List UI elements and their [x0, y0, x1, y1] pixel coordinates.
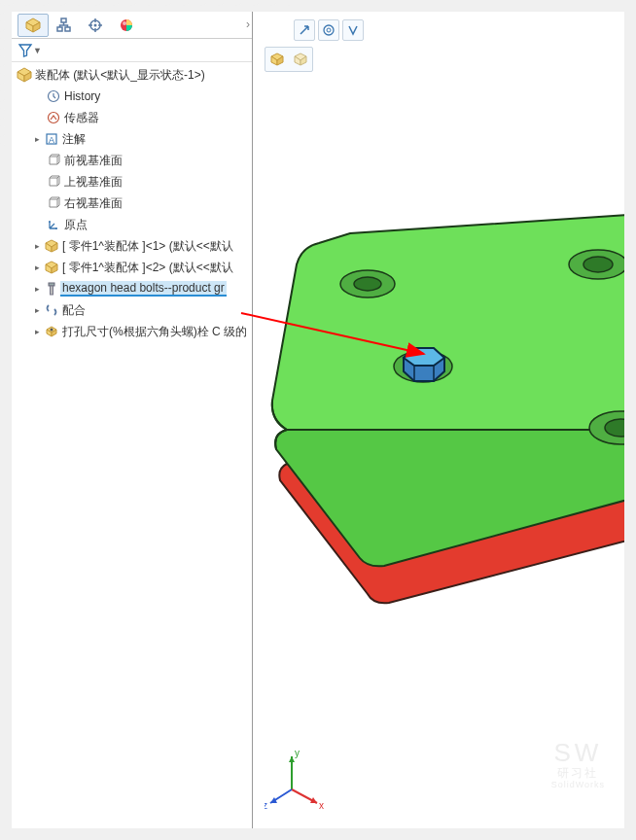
- watermark-line1: SW: [553, 738, 602, 767]
- svg-text:y: y: [295, 748, 300, 758]
- svg-point-38: [327, 28, 331, 32]
- app-window: › ▼ 装配体 (默认<默认_显示状态-1>: [12, 12, 624, 828]
- config-manager-tab[interactable]: [80, 14, 111, 37]
- svg-rect-32: [51, 286, 53, 295]
- tree-item-origin[interactable]: 原点: [12, 214, 252, 235]
- measure-button[interactable]: [342, 19, 364, 41]
- tree-item-hex-bolt[interactable]: ▸ hexagon head bolts--product gr: [12, 278, 252, 299]
- watermark: SW 研习社 SolidWorks: [551, 740, 605, 789]
- manager-tab-strip: [12, 12, 252, 39]
- crosshair-icon: [88, 18, 103, 33]
- svg-point-48: [583, 257, 613, 272]
- plane-icon: [45, 175, 62, 189]
- tree-root-label: 装配体 (默认<默认_显示状态-1>): [33, 67, 205, 84]
- tree-root-assembly[interactable]: 装配体 (默认<默认_显示状态-1>): [12, 64, 252, 86]
- plane-icon: [45, 154, 62, 167]
- tree-item-history[interactable]: History: [12, 86, 252, 107]
- svg-rect-12: [57, 27, 62, 31]
- cube-gold-icon: [269, 52, 285, 67]
- holeset-icon: [43, 325, 60, 338]
- svg-point-36: [51, 329, 53, 332]
- tree-item-part1-instance1[interactable]: ▸ [ 零件1^装配体 ]<1> (默认<<默认: [12, 235, 252, 257]
- expand-toggle[interactable]: ▸: [31, 305, 43, 315]
- expand-toggle[interactable]: ▸: [31, 262, 43, 272]
- expand-toggle[interactable]: ▸: [31, 284, 43, 294]
- feature-manager-tab[interactable]: [18, 14, 49, 37]
- svg-rect-13: [65, 27, 70, 31]
- part-green-plate[interactable]: [272, 214, 624, 566]
- expand-toggle[interactable]: ▸: [31, 327, 43, 336]
- history-icon: [45, 89, 62, 103]
- svg-point-15: [94, 23, 97, 26]
- watermark-line3: SolidWorks: [551, 781, 605, 789]
- sensor-icon: [45, 111, 62, 124]
- show-top-button[interactable]: [290, 49, 311, 70]
- svg-point-37: [324, 25, 334, 35]
- tree-item-label: 原点: [62, 217, 88, 233]
- target-icon: [322, 23, 336, 37]
- svg-rect-11: [61, 18, 66, 22]
- feature-tree: 装配体 (默认<默认_显示状态-1>) History 传感器 ▸ A 注解 前…: [12, 62, 252, 344]
- flyout-arrow-button[interactable]: [294, 19, 315, 41]
- target-button[interactable]: [318, 19, 339, 41]
- tree-item-annotations[interactable]: ▸ A 注解: [12, 128, 252, 150]
- tree-item-label: 前视基准面: [62, 153, 123, 169]
- svg-text:A: A: [49, 135, 54, 145]
- panel-collapse-chevron[interactable]: ›: [246, 18, 250, 31]
- tree-item-front-plane[interactable]: 前视基准面: [12, 150, 252, 171]
- svg-text:x: x: [319, 800, 324, 811]
- tree-item-label: 右视基准面: [62, 195, 123, 212]
- filter-dropdown-arrow[interactable]: ▼: [33, 46, 42, 55]
- hole-top-right[interactable]: [569, 250, 624, 279]
- hole-top-left[interactable]: [340, 270, 395, 298]
- feature-tree-panel: › ▼ 装配体 (默认<默认_显示状态-1>: [12, 12, 253, 828]
- tree-item-label: [ 零件1^装配体 ]<2> (默认<<默认: [60, 260, 233, 276]
- cube-icon: [25, 18, 41, 33]
- flyout-arrow-icon: [298, 23, 311, 37]
- expand-toggle[interactable]: ▸: [31, 241, 43, 251]
- expand-toggle[interactable]: ▸: [31, 134, 43, 144]
- property-manager-tab[interactable]: [49, 14, 80, 37]
- tree-item-label: hexagon head bolts--product gr: [60, 281, 227, 297]
- mate-icon: [43, 303, 60, 317]
- part-icon: [43, 261, 60, 274]
- plane-icon: [45, 196, 62, 210]
- svg-point-46: [354, 277, 381, 291]
- display-manager-tab[interactable]: [111, 14, 142, 37]
- context-toolbar: [294, 19, 364, 41]
- tree-item-label: 上视基准面: [62, 174, 123, 191]
- hex-bolt-instance[interactable]: [404, 348, 444, 381]
- show-all-button[interactable]: [266, 49, 288, 70]
- assembly-display-buttons: [265, 47, 313, 72]
- tree-item-sensors[interactable]: 传感器: [12, 107, 252, 128]
- tree-item-label: History: [62, 89, 100, 103]
- watermark-line2: 研习社: [551, 767, 605, 779]
- hierarchy-icon: [56, 18, 72, 33]
- origin-icon: [45, 218, 62, 231]
- tree-item-mates[interactable]: ▸ 配合: [12, 299, 252, 321]
- svg-text:z: z: [265, 800, 267, 811]
- cube-pale-icon: [293, 52, 308, 67]
- tree-item-hole-series[interactable]: ▸ 打孔尺寸(%根据六角头螺)栓 C 级的: [12, 321, 252, 342]
- tree-item-label: [ 零件1^装配体 ]<1> (默认<<默认: [60, 238, 233, 255]
- caliper-icon: [346, 23, 360, 37]
- annotation-icon: A: [43, 132, 60, 146]
- tree-item-label: 传感器: [62, 110, 99, 126]
- assembly-icon: [16, 67, 33, 83]
- tree-item-label: 配合: [60, 302, 86, 319]
- tree-item-part1-instance2[interactable]: ▸ [ 零件1^装配体 ]<2> (默认<<默认: [12, 257, 252, 278]
- axis-triad: y x z: [265, 743, 333, 811]
- model-scene: [253, 128, 624, 751]
- part-icon: [43, 239, 60, 253]
- graphics-viewport[interactable]: [253, 12, 624, 828]
- tree-item-label: 注解: [60, 131, 86, 148]
- bolt-icon: [43, 282, 60, 296]
- tree-item-right-plane[interactable]: 右视基准面: [12, 192, 252, 214]
- svg-point-22: [49, 113, 59, 123]
- filter-row: ▼: [12, 39, 252, 62]
- tree-item-top-plane[interactable]: 上视基准面: [12, 171, 252, 192]
- appearance-sphere-icon: [119, 18, 134, 33]
- svg-point-17: [123, 21, 126, 25]
- tree-item-label: 打孔尺寸(%根据六角头螺)栓 C 级的: [60, 324, 247, 340]
